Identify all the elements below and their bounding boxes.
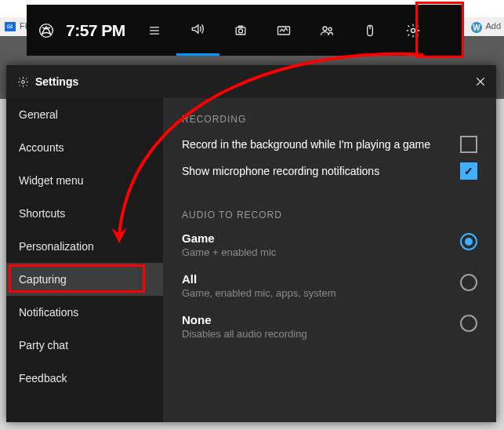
svg-point-5 bbox=[239, 28, 243, 32]
clock: 7:57 PM bbox=[66, 21, 133, 40]
performance-icon[interactable] bbox=[263, 5, 306, 56]
sidebar-item-notifications[interactable]: Notifications bbox=[6, 296, 163, 329]
audio-section-title: AUDIO TO RECORD bbox=[182, 210, 477, 220]
radio-game-label: Game bbox=[182, 231, 276, 245]
radio-none[interactable] bbox=[460, 315, 477, 332]
svg-point-12 bbox=[412, 28, 415, 32]
capture-icon[interactable] bbox=[219, 5, 263, 56]
radio-none-label: None bbox=[182, 313, 307, 326]
svg-point-9 bbox=[328, 27, 332, 31]
radio-game[interactable] bbox=[460, 233, 477, 250]
mail-favicon: ✉ bbox=[5, 22, 16, 31]
svg-rect-4 bbox=[237, 27, 246, 34]
mouse-icon[interactable] bbox=[349, 5, 392, 56]
wordpress-favicon: W bbox=[471, 22, 482, 33]
radio-game-desc: Game + enabled mic bbox=[182, 246, 276, 258]
sidebar-item-shortcuts[interactable]: Shortcuts bbox=[6, 197, 163, 230]
audio-icon[interactable] bbox=[176, 5, 219, 56]
radio-none-desc: Disables all audio recording bbox=[182, 328, 307, 340]
sidebar-item-accounts[interactable]: Accounts bbox=[6, 131, 163, 164]
sidebar-item-party-chat[interactable]: Party chat bbox=[6, 329, 163, 362]
gear-icon[interactable] bbox=[392, 5, 435, 56]
settings-titlebar: Settings bbox=[6, 65, 496, 98]
settings-title: Settings bbox=[35, 75, 473, 88]
tab-text-right: Add bbox=[485, 21, 501, 31]
radio-all-desc: Game, enabled mic, apps, system bbox=[182, 287, 336, 299]
settings-content: RECORDING Record in the background while… bbox=[163, 98, 496, 422]
sidebar-item-widget-menu[interactable]: Widget menu bbox=[6, 164, 163, 197]
radio-all[interactable] bbox=[460, 274, 477, 291]
close-icon[interactable] bbox=[473, 74, 488, 89]
mic-notifications-label: Show microphone recording notifications bbox=[182, 165, 379, 177]
recording-section-title: RECORDING bbox=[182, 114, 477, 125]
svg-rect-6 bbox=[239, 26, 243, 27]
gear-icon bbox=[17, 76, 29, 88]
xbox-icon[interactable] bbox=[27, 23, 66, 38]
radio-all-label: All bbox=[182, 272, 336, 286]
settings-window: Settings General Accounts Widget menu Sh… bbox=[6, 65, 496, 422]
sidebar-item-general[interactable]: General bbox=[6, 98, 163, 131]
sidebar-item-personalization[interactable]: Personalization bbox=[6, 230, 163, 263]
social-icon[interactable] bbox=[306, 5, 349, 56]
record-background-checkbox[interactable] bbox=[460, 136, 477, 153]
svg-point-13 bbox=[22, 80, 25, 83]
mic-notifications-checkbox[interactable] bbox=[460, 162, 477, 180]
sidebar-item-feedback[interactable]: Feedback bbox=[6, 362, 163, 395]
record-background-label: Record in the background while I'm playi… bbox=[182, 138, 430, 151]
sidebar-item-capturing[interactable]: Capturing bbox=[6, 263, 163, 296]
xbox-game-bar: 7:57 PM bbox=[27, 5, 462, 56]
svg-point-8 bbox=[323, 27, 327, 31]
list-icon[interactable] bbox=[133, 5, 176, 56]
settings-sidebar: General Accounts Widget menu Shortcuts P… bbox=[6, 98, 163, 422]
